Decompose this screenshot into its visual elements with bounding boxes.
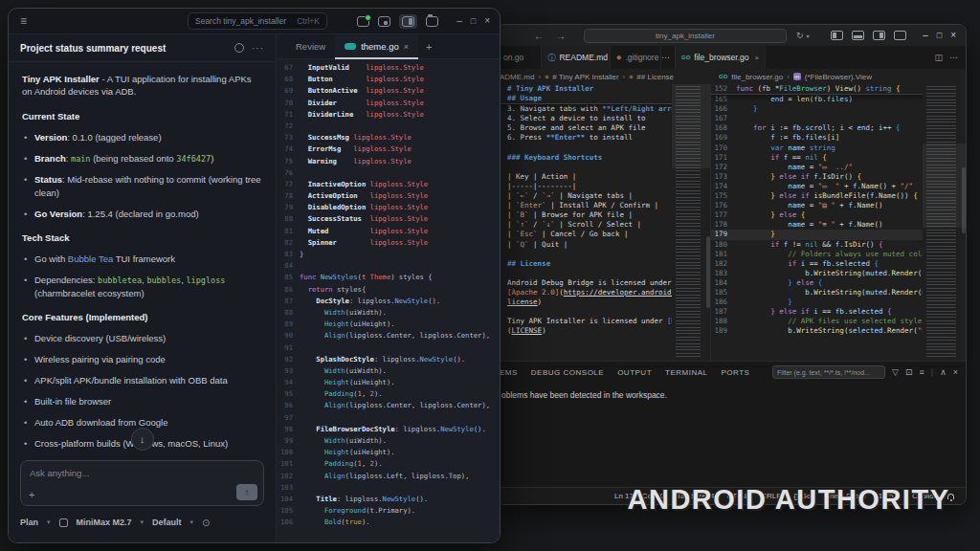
project-search-button[interactable]: Search tiny_apk_installer Ctrl+K	[188, 12, 327, 30]
customize-layout-icon[interactable]	[894, 31, 906, 40]
chevron-down-icon[interactable]: ▾	[807, 33, 810, 39]
chat-paragraph: Tiny APK Installer - A TUI application f…	[22, 73, 262, 99]
readme-editor-pane[interactable]: # Tiny APK Installer## Usage 3. Navigate…	[498, 84, 711, 361]
panel-tab[interactable]: EMS	[500, 368, 518, 377]
close-button[interactable]: ×	[950, 31, 956, 40]
thread-title[interactable]: Project status summary request	[20, 43, 227, 54]
line-number: 104	[277, 494, 300, 505]
chat-paragraph: Status: Mid-rebase with nothing to commi…	[22, 173, 262, 198]
chat-input[interactable]: Ask anything... + ↑	[20, 460, 264, 506]
minimize-button[interactable]: –	[923, 31, 928, 40]
scroll-to-bottom-button[interactable]: ↓	[131, 428, 154, 451]
tab-theme-go[interactable]: theme.go ×	[335, 34, 418, 58]
more-actions-icon[interactable]: ⋯	[949, 53, 958, 62]
code-line: 92 SplashDocStyle: lipgloss.NewStyle().	[277, 354, 500, 365]
new-tab-icon[interactable]: +	[426, 41, 432, 53]
line-number: 171	[711, 153, 736, 163]
tab-gitignore[interactable]: ◆ .gitignore	[611, 46, 661, 69]
panel-tab[interactable]: OUTPUT	[617, 368, 652, 377]
app-menu-icon[interactable]: ≡	[20, 14, 27, 28]
chat-paragraph: Go with Bubble Tea TUI framework	[22, 253, 262, 265]
theme-go-editor[interactable]: 67 InputValid lipgloss.Style68 Button li…	[277, 59, 500, 542]
breadcrumb-symbol[interactable]: (*FileBrowser).View	[805, 73, 872, 81]
code-line: 102 Align(lipgloss.Left, lipgloss.Top),	[277, 471, 500, 482]
chat-paragraph: Dependencies: bubbletea, bubbles, lipglo…	[22, 274, 262, 299]
breadcrumb-section[interactable]: ## License	[636, 73, 674, 81]
tab-readme[interactable]: ⓘ README.md ×	[542, 46, 611, 69]
close-tab-icon[interactable]: ×	[404, 42, 409, 52]
chat-footer: Plan ▾ MiniMax M2.7 ▾ Default ▾ ⊙	[20, 512, 264, 533]
line-number: 181	[711, 250, 736, 259]
tab-on-go[interactable]: on.go	[498, 46, 542, 69]
line-number: 93	[277, 365, 300, 377]
tab-overflow-icon[interactable]: ⋯	[661, 53, 675, 62]
close-tab-icon[interactable]: ×	[755, 54, 760, 62]
code-line: 97	[277, 412, 500, 424]
thread-menu-icon[interactable]: ···	[252, 43, 264, 54]
code-line: 91	[277, 342, 500, 354]
minimap[interactable]	[672, 84, 710, 361]
collapse-all-icon[interactable]: ≡	[920, 367, 924, 377]
filter-icon[interactable]: ▽	[892, 367, 899, 377]
thinking-effort-icon[interactable]: ⊙	[202, 518, 210, 528]
minimap[interactable]	[923, 84, 966, 361]
profile-selector[interactable]: Default	[152, 518, 182, 527]
panel-tab[interactable]: PORTS	[721, 368, 749, 377]
chat-messages[interactable]: Tiny APK Installer - A TUI application f…	[9, 62, 276, 460]
line-number: 167	[711, 114, 736, 123]
line-number: 89	[277, 319, 300, 330]
chat-paragraph: Wireless pairing via pairing code	[22, 353, 262, 365]
line-number: 186	[711, 298, 736, 307]
minimap-slider[interactable]	[923, 143, 966, 228]
back-icon[interactable]: ←	[534, 31, 544, 41]
line-number: 189	[711, 326, 736, 336]
code-line: 90 Align(lipgloss.Center, lipgloss.Cente…	[277, 330, 500, 342]
line-number: 187	[711, 307, 736, 317]
send-button[interactable]: ↑	[236, 484, 257, 500]
thread-status-icon[interactable]	[234, 43, 244, 53]
scrollbar-thumb[interactable]	[706, 236, 710, 308]
panel-tab[interactable]: DEBUG CONSOLE	[531, 368, 604, 377]
minimize-button[interactable]: –	[457, 16, 462, 26]
line-number: 173	[711, 172, 736, 182]
line-number: 185	[711, 288, 736, 298]
toggle-secondary-sidebar-icon[interactable]	[873, 31, 885, 40]
line-number: 81	[277, 226, 300, 237]
line-number: 96	[277, 400, 300, 411]
minimap-slider[interactable]	[672, 84, 710, 168]
command-center-search[interactable]: tiny_apk_installer	[584, 29, 787, 43]
tab-file-browser-go[interactable]: GO file_browser.go ×	[676, 46, 766, 69]
toggle-bottom-dock-icon[interactable]	[378, 16, 390, 27]
forward-icon[interactable]: →	[556, 31, 566, 41]
maximize-button[interactable]: □	[937, 32, 942, 40]
model-selector[interactable]: MiniMax M2.7	[77, 518, 132, 527]
scrollbar-thumb[interactable]	[962, 167, 966, 233]
maximize-button[interactable]: □	[471, 17, 476, 26]
mode-selector[interactable]: Plan	[20, 518, 38, 527]
split-editor-icon[interactable]: ◫	[934, 53, 943, 62]
breadcrumb-section[interactable]: # Tiny APK Installer	[552, 73, 618, 81]
line-number: 95	[277, 388, 300, 400]
update-available-icon[interactable]	[357, 16, 369, 27]
line-number: 103	[277, 482, 300, 494]
go-editor-pane[interactable]: 152func (fb *FileBrowser) View() string …	[711, 84, 966, 361]
close-panel-icon[interactable]: ×	[953, 367, 958, 377]
breadcrumb-file[interactable]: ADME.md	[500, 73, 534, 81]
problems-filter-input[interactable]: Filter (e.g. text, **/*.ts, !**/nod...	[772, 365, 885, 379]
toggle-right-dock-button[interactable]	[399, 14, 417, 29]
refresh-icon[interactable]: ↻	[796, 31, 804, 40]
project-panel-icon[interactable]	[426, 16, 438, 27]
code-line: 76	[277, 167, 500, 179]
panel-tab[interactable]: TERMINAL	[665, 368, 707, 377]
add-context-icon[interactable]: +	[29, 489, 34, 500]
view-as-table-icon[interactable]: ⊡	[905, 367, 913, 377]
line-number: 90	[277, 330, 300, 342]
tab-review[interactable]: Review	[286, 41, 335, 52]
breadcrumb-file[interactable]: file_browser.go	[731, 73, 783, 81]
line-number: 82	[277, 237, 300, 249]
maximize-panel-icon[interactable]: ∧	[940, 367, 947, 377]
close-button[interactable]: ×	[484, 16, 490, 26]
line-number: 75	[277, 156, 300, 167]
toggle-panel-icon[interactable]	[852, 31, 864, 40]
toggle-sidebar-icon[interactable]	[831, 31, 843, 40]
